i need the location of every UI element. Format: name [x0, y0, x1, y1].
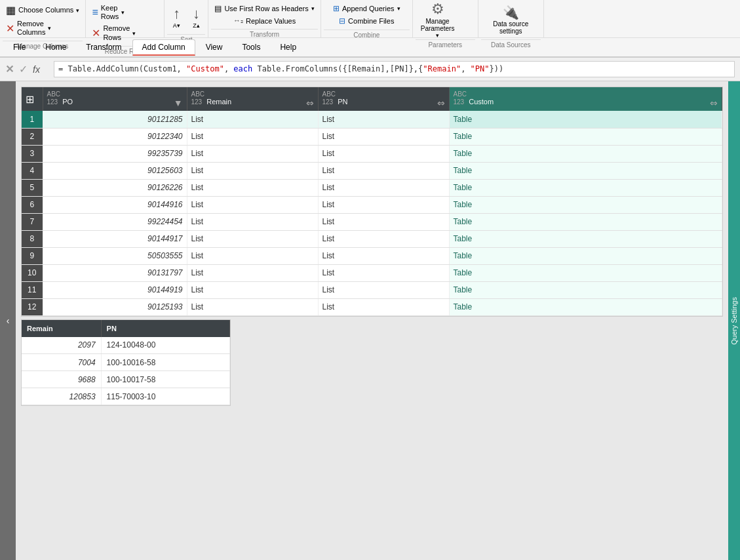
use-first-row-caret: ▾: [311, 5, 315, 12]
tab-view[interactable]: View: [197, 40, 232, 54]
ribbon-section-parameters: ⚙ ManageParameters ▾ Parameters: [413, 0, 478, 37]
custom-expand-button[interactable]: ⇔: [710, 98, 718, 108]
remove-columns-button[interactable]: ✕ RemoveColumns ▾: [3, 18, 83, 38]
combine-files-button[interactable]: ⊟ Combine Files: [336, 15, 397, 27]
cell-custom-7: Table: [449, 213, 722, 230]
table-row[interactable]: 12 90125193 List List Table: [22, 298, 722, 315]
data-source-settings-button[interactable]: 🔌 Data sourcesettings: [488, 3, 534, 37]
main-data-table: ⊞ ABC123 PO ▼ ABC123 Remain ⇔: [22, 87, 722, 316]
append-queries-icon: ⊞: [333, 4, 340, 13]
po-type-badge: ABC123: [47, 90, 61, 106]
preview-cell-remain-1: 2097: [22, 337, 101, 354]
sort-desc-icon: ↓: [193, 5, 200, 22]
col-header-custom: ABC123 Custom ⇔: [449, 87, 722, 111]
cell-pn-7: List: [318, 213, 449, 230]
table-row[interactable]: 3 99235739 List List Table: [22, 145, 722, 162]
cell-pn-8: List: [318, 230, 449, 247]
manage-parameters-caret: ▾: [436, 32, 439, 39]
table-row[interactable]: 8 90144917 List List Table: [22, 230, 722, 247]
cell-remain-3: List: [187, 145, 318, 162]
keep-rows-button[interactable]: ≡ KeepRows ▾: [88, 3, 139, 22]
formula-input[interactable]: = Table.AddColumn(Custom1, "Custom", eac…: [54, 61, 735, 77]
manage-parameters-icon: ⚙: [431, 1, 444, 18]
preview-table-row[interactable]: 120853 115-70003-10: [22, 388, 230, 405]
table-row[interactable]: 1 90121285 List List Table: [22, 111, 722, 128]
preview-cell-pn-3: 100-10017-58: [101, 371, 229, 388]
cell-po-6: 90144916: [43, 196, 187, 213]
preview-table-row[interactable]: 9688 100-10017-58: [22, 371, 230, 388]
cell-remain-1: List: [187, 111, 318, 128]
tab-add-column[interactable]: Add Column: [132, 39, 195, 56]
keep-rows-icon: ≡: [92, 7, 98, 18]
formula-cancel-button[interactable]: ✕: [5, 63, 14, 75]
preview-table-row[interactable]: 2097 124-10048-00: [22, 337, 230, 354]
combine-label: Combine: [324, 30, 410, 40]
cell-pn-5: List: [318, 179, 449, 196]
preview-cell-pn-1: 124-10048-00: [101, 337, 229, 354]
remove-columns-icon: ✕: [6, 22, 14, 35]
tab-help[interactable]: Help: [271, 40, 305, 54]
ribbon-section-sort: ↑ A▾ ↓ Z▴ Sort: [165, 0, 208, 37]
tab-home[interactable]: Home: [36, 40, 75, 54]
row-num-7: 7: [22, 213, 43, 230]
cell-po-12: 90125193: [43, 298, 187, 315]
preview-cell-remain-2: 7004: [22, 354, 101, 371]
ribbon-section-manage-columns: ▦ Choose Columns ▾ ✕ RemoveColumns ▾ Man…: [0, 0, 86, 37]
custom-type-badge: ABC123: [454, 90, 467, 106]
row-num-2: 2: [22, 128, 43, 145]
table-row[interactable]: 6 90144916 List List Table: [22, 196, 722, 213]
sort-desc-button[interactable]: ↓ Z▴: [187, 3, 205, 31]
choose-columns-button[interactable]: ▦ Choose Columns ▾: [3, 3, 83, 18]
col-pn-label: PN: [338, 98, 347, 106]
append-queries-caret: ▾: [397, 5, 400, 12]
cell-custom-4: Table: [449, 162, 722, 179]
append-queries-button[interactable]: ⊞ Append Queries ▾: [330, 3, 404, 14]
table-row[interactable]: 5 90126226 List List Table: [22, 179, 722, 196]
table-row[interactable]: 10 90131797 List List Table: [22, 264, 722, 281]
table-row[interactable]: 2 90122340 List List Table: [22, 128, 722, 145]
main-area: ‹ ⊞ ABC123 PO ▼ A: [0, 81, 740, 560]
preview-col-header-pn: PN: [101, 320, 229, 337]
cell-remain-5: List: [187, 179, 318, 196]
cell-remain-7: List: [187, 213, 318, 230]
table-row[interactable]: 7 99224454 List List Table: [22, 213, 722, 230]
col-po-label: PO: [62, 98, 73, 106]
use-first-row-button[interactable]: ▤ Use First Row as Headers ▾: [211, 3, 317, 14]
cell-custom-5: Table: [449, 179, 722, 196]
cell-po-3: 99235739: [43, 145, 187, 162]
row-num-12: 12: [22, 298, 43, 315]
pn-expand-button[interactable]: ⇔: [437, 98, 445, 108]
sort-asc-button[interactable]: ↑ A▾: [167, 3, 185, 31]
cell-custom-1: Table: [449, 111, 722, 128]
table-row[interactable]: 11 90144919 List List Table: [22, 281, 722, 298]
cell-po-1: 90121285: [43, 111, 187, 128]
row-num-5: 5: [22, 179, 43, 196]
tab-transform[interactable]: Transform: [77, 40, 130, 54]
tab-file[interactable]: File: [4, 40, 35, 54]
col-custom-label: Custom: [469, 98, 494, 106]
table-row[interactable]: 4 90125603 List List Table: [22, 162, 722, 179]
table-row[interactable]: 9 50503555 List List Table: [22, 247, 722, 264]
left-panel-toggle[interactable]: ‹: [0, 81, 16, 560]
col-remain-label: Remain: [206, 98, 231, 106]
table-header-icon[interactable]: ⊞: [26, 94, 34, 105]
formula-confirm-button[interactable]: ✓: [19, 63, 28, 75]
cell-remain-9: List: [187, 247, 318, 264]
cell-po-2: 90122340: [43, 128, 187, 145]
po-filter-button[interactable]: ▼: [174, 98, 183, 108]
cell-custom-3: Table: [449, 145, 722, 162]
preview-table-row[interactable]: 7004 100-10016-58: [22, 354, 230, 371]
manage-parameters-button[interactable]: ⚙ ManageParameters ▾: [416, 3, 460, 37]
remain-expand-button[interactable]: ⇔: [306, 98, 314, 108]
cell-custom-2: Table: [449, 128, 722, 145]
replace-values-button[interactable]: ↔₂ Replace Values: [230, 15, 299, 26]
tab-tools[interactable]: Tools: [233, 40, 269, 54]
preview-cell-remain-4: 120853: [22, 388, 101, 405]
cell-custom-12: Table: [449, 298, 722, 315]
parameters-label: Parameters: [416, 39, 475, 50]
row-num-4: 4: [22, 162, 43, 179]
row-num-11: 11: [22, 281, 43, 298]
cell-pn-10: List: [318, 264, 449, 281]
row-num-8: 8: [22, 230, 43, 247]
choose-columns-icon: ▦: [6, 4, 16, 16]
